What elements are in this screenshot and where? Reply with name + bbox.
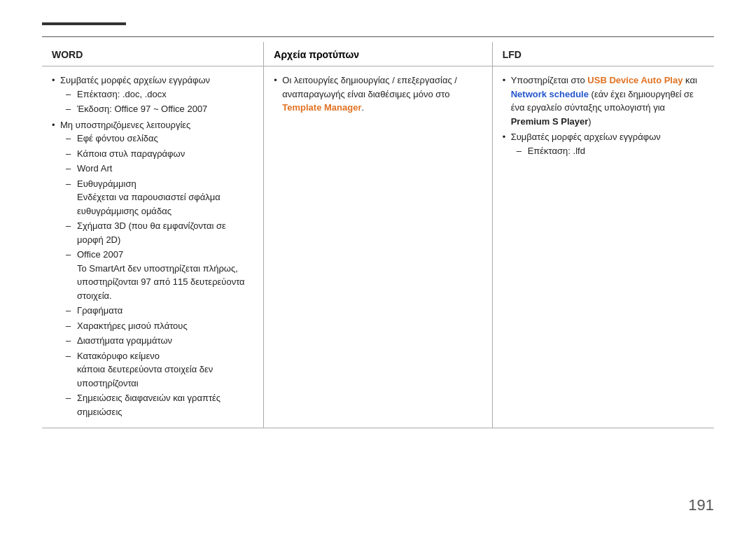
premium-s-player: Premium S Player xyxy=(511,116,589,127)
word-bullet-2: Μη υποστηριζόμενες λειτουργίες Εφέ φόντο… xyxy=(52,118,253,419)
word-dash-1-1: Επέκταση: .doc, .docx xyxy=(66,87,253,101)
lfd-cell: Υποστηρίζεται στο USB Device Auto Play κ… xyxy=(492,66,714,428)
word-dash-2-6: Office 2007 Το SmartArt δεν υποστηρίζετα… xyxy=(66,248,253,302)
left-accent xyxy=(42,22,126,25)
lfd-bullet-1: Υποστηρίζεται στο USB Device Auto Play κ… xyxy=(503,73,704,128)
word-bullet-1: Συμβατές μορφές αρχείων εγγράφων Επέκτασ… xyxy=(52,73,253,116)
page-number: 191 xyxy=(688,496,714,514)
lfd-bullet-2: Συμβατές μορφές αρχείων εγγράφων Επέκτασ… xyxy=(503,130,704,157)
word-dash-2-7: Γραφήματα xyxy=(66,304,253,318)
word-cell: Συμβατές μορφές αρχείων εγγράφων Επέκτασ… xyxy=(42,66,264,428)
top-rule xyxy=(42,36,714,37)
word-dash-2-11: Σημειώσεις διαφανειών και γραπτές σημειώ… xyxy=(66,391,253,419)
word-dash-2-9: Διαστήματα γραμμάτων xyxy=(66,334,253,348)
word-dash-2-10: Κατακόρυφο κείμενο κάποια δευτερεύοντα σ… xyxy=(66,349,253,391)
header-archive: Αρχεία προτύπων xyxy=(264,42,492,66)
word-dash-2-1: Εφέ φόντου σελίδας xyxy=(66,132,253,146)
archive-cell: Οι λειτουργίες δημιουργίας / επεξεργασία… xyxy=(264,66,492,428)
usb-device-link: USB Device Auto Play xyxy=(587,75,682,85)
lfd-dash-1: Επέκταση: .lfd xyxy=(517,144,704,158)
header-lfd: LFD xyxy=(492,42,714,66)
word-dash-2-3: Word Art xyxy=(66,162,253,176)
word-dash-2-2: Κάποια στυλ παραγράφων xyxy=(66,147,253,161)
word-dash-2-8: Χαρακτήρες μισού πλάτους xyxy=(66,319,253,333)
word-dash-2-4: Ευθυγράμμιση Ενδέχεται να παρουσιαστεί σ… xyxy=(66,177,253,218)
main-table: WORD Αρχεία προτύπων LFD Συμβατές μορφές… xyxy=(42,42,714,428)
network-schedule-link: Network schedule xyxy=(511,89,589,99)
word-dash-2-5: Σχήματα 3D (που θα εμφανίζονται σε μορφή… xyxy=(66,219,253,246)
archive-bullet-1: Οι λειτουργίες δημιουργίας / επεξεργασία… xyxy=(274,73,482,115)
template-manager-link: Template Manager xyxy=(282,102,361,113)
header-word: WORD xyxy=(42,42,264,66)
word-dash-1-2: Έκδοση: Office 97 ~ Office 2007 xyxy=(66,102,253,116)
